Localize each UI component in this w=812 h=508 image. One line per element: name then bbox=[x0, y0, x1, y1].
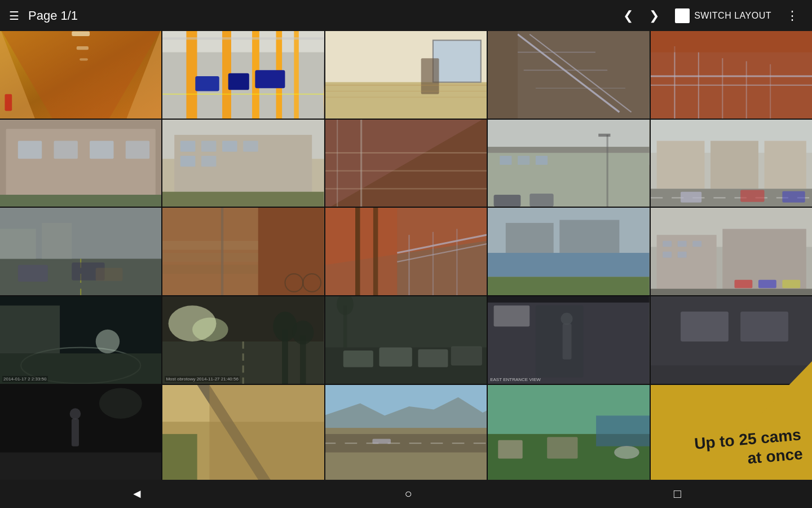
camera-cell-23[interactable] bbox=[325, 385, 487, 480]
svg-rect-98 bbox=[0, 229, 36, 259]
svg-rect-8 bbox=[5, 94, 12, 111]
camera-cell-18[interactable] bbox=[325, 296, 487, 384]
svg-rect-124 bbox=[506, 223, 554, 253]
camera-cell-5[interactable] bbox=[651, 31, 812, 119]
svg-rect-137 bbox=[758, 280, 776, 288]
svg-rect-11 bbox=[187, 31, 197, 119]
svg-rect-189 bbox=[372, 439, 391, 444]
svg-rect-74 bbox=[500, 156, 511, 165]
home-button[interactable]: ○ bbox=[388, 483, 429, 505]
top-bar: ☰ Page 1/1 ❮ ❯ SWITCH LAYOUT ⋮ bbox=[0, 0, 812, 31]
camera-cell-7[interactable] bbox=[162, 120, 324, 207]
svg-rect-48 bbox=[18, 141, 42, 159]
camera-cell-11[interactable] bbox=[0, 208, 161, 295]
camera-cell-19[interactable]: EAST ENTRANCE VIEW bbox=[488, 296, 649, 384]
svg-point-177 bbox=[99, 388, 142, 418]
camera-cell-1[interactable] bbox=[0, 31, 161, 119]
svg-rect-130 bbox=[663, 241, 672, 247]
camera-cell-4[interactable] bbox=[488, 31, 649, 119]
svg-rect-157 bbox=[418, 349, 448, 367]
camera-cell-8[interactable] bbox=[325, 120, 487, 207]
svg-rect-73 bbox=[488, 147, 649, 153]
svg-rect-158 bbox=[451, 346, 482, 365]
svg-rect-182 bbox=[210, 385, 324, 480]
svg-rect-60 bbox=[180, 156, 196, 167]
svg-rect-25 bbox=[421, 58, 439, 94]
nav-icons: ❮ ❯ SWITCH LAYOUT ⋮ bbox=[617, 5, 803, 27]
switch-layout-label: SWITCH LAYOUT bbox=[694, 11, 771, 21]
svg-rect-170 bbox=[681, 312, 729, 341]
svg-rect-62 bbox=[162, 191, 324, 207]
camera-cell-17[interactable]: Most obrotowy 2014-11-27 21:40:56 bbox=[162, 296, 324, 384]
camera-cell-25[interactable] bbox=[651, 385, 812, 480]
svg-point-166 bbox=[561, 313, 573, 325]
svg-rect-195 bbox=[547, 437, 577, 458]
svg-rect-119 bbox=[373, 208, 378, 295]
svg-rect-138 bbox=[782, 280, 800, 288]
svg-point-141 bbox=[96, 330, 120, 353]
svg-rect-193 bbox=[596, 415, 649, 446]
back-button[interactable]: ◄ bbox=[114, 483, 160, 505]
svg-rect-143 bbox=[0, 305, 60, 353]
svg-rect-78 bbox=[598, 133, 610, 136]
svg-rect-57 bbox=[201, 141, 217, 151]
svg-rect-105 bbox=[162, 265, 258, 274]
svg-rect-44 bbox=[651, 31, 812, 52]
prev-button[interactable]: ❮ bbox=[617, 5, 639, 27]
svg-rect-163 bbox=[536, 305, 584, 377]
svg-rect-99 bbox=[42, 223, 72, 259]
menu-icon[interactable]: ☰ bbox=[9, 9, 19, 23]
svg-rect-59 bbox=[244, 141, 259, 151]
svg-point-176 bbox=[70, 408, 81, 419]
svg-rect-85 bbox=[764, 141, 806, 189]
svg-rect-52 bbox=[0, 195, 161, 207]
svg-rect-83 bbox=[656, 141, 704, 189]
svg-rect-24 bbox=[433, 40, 481, 82]
camera-cell-10[interactable] bbox=[651, 120, 812, 207]
camera-cell-3[interactable] bbox=[325, 31, 487, 119]
switch-layout-button[interactable]: SWITCH LAYOUT bbox=[669, 6, 777, 25]
svg-rect-76 bbox=[536, 156, 548, 165]
camera-cell-22[interactable] bbox=[162, 385, 324, 480]
svg-rect-155 bbox=[343, 351, 373, 367]
svg-rect-79 bbox=[494, 195, 521, 207]
camera-cell-14[interactable] bbox=[488, 208, 649, 295]
camera-cell-15[interactable] bbox=[651, 208, 812, 295]
svg-rect-132 bbox=[692, 241, 701, 247]
svg-rect-174 bbox=[0, 452, 161, 480]
camera-cell-21[interactable] bbox=[0, 385, 161, 480]
svg-rect-51 bbox=[126, 141, 149, 159]
svg-rect-194 bbox=[498, 440, 522, 458]
svg-rect-134 bbox=[677, 252, 686, 258]
recents-button[interactable]: □ bbox=[657, 483, 698, 505]
svg-rect-175 bbox=[72, 418, 79, 446]
switch-layout-icon bbox=[675, 8, 690, 23]
camera-grid: 2014-01-17 2 2:33:50 Most obrotowy 2014-… bbox=[0, 31, 812, 480]
svg-rect-88 bbox=[681, 191, 701, 202]
camera-cell-9[interactable] bbox=[488, 120, 649, 207]
next-button[interactable]: ❯ bbox=[643, 5, 665, 27]
svg-rect-6 bbox=[77, 46, 89, 50]
svg-rect-84 bbox=[710, 141, 758, 189]
camera-cell-2[interactable] bbox=[162, 31, 324, 119]
svg-rect-165 bbox=[563, 323, 572, 360]
svg-rect-80 bbox=[529, 194, 553, 207]
camera-cell-20[interactable] bbox=[651, 296, 812, 384]
svg-rect-133 bbox=[663, 252, 672, 258]
svg-rect-56 bbox=[180, 141, 196, 151]
camera-cell-13[interactable] bbox=[325, 208, 487, 295]
svg-point-147 bbox=[192, 317, 228, 341]
svg-rect-104 bbox=[162, 253, 258, 262]
svg-rect-181 bbox=[162, 434, 197, 480]
svg-rect-167 bbox=[488, 296, 649, 303]
camera-cell-16[interactable]: 2014-01-17 2 2:33:50 bbox=[0, 296, 161, 384]
camera-cell-12[interactable] bbox=[162, 208, 324, 295]
camera-cell-6[interactable] bbox=[0, 120, 161, 207]
svg-rect-20 bbox=[162, 37, 324, 40]
svg-rect-7 bbox=[80, 58, 88, 60]
more-options-icon[interactable]: ⋮ bbox=[782, 5, 803, 27]
svg-rect-15 bbox=[294, 31, 299, 119]
camera-19-label: EAST ENTRANCE VIEW bbox=[490, 377, 541, 382]
svg-rect-5 bbox=[72, 31, 90, 36]
camera-cell-24[interactable] bbox=[488, 385, 649, 480]
